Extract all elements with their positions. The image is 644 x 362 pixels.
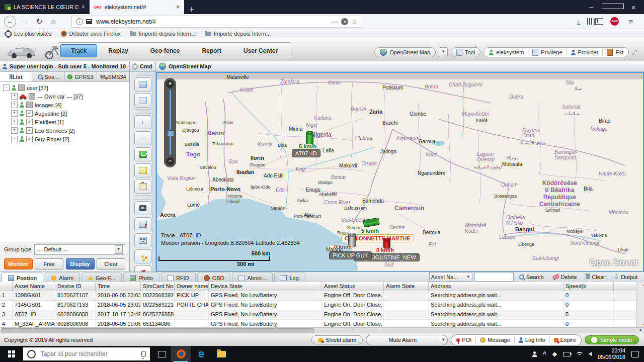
tab-sms[interactable]: ☎ SMS34 xyxy=(97,72,129,81)
url-bar[interactable]: i ⋯ v ☆ xyxy=(71,16,362,28)
taskbar-search-input[interactable] xyxy=(40,350,137,358)
nav-report[interactable]: Report xyxy=(191,43,232,59)
checkbox[interactable] xyxy=(18,84,25,91)
tab-abnormal[interactable]: Abnor... xyxy=(232,273,273,283)
column-header[interactable]: Speed(k xyxy=(564,282,614,291)
scroll-up-icon[interactable]: ▲ xyxy=(640,282,644,287)
arrow-down-icon[interactable]: ↓ xyxy=(134,115,151,129)
restore-button[interactable] xyxy=(602,4,623,11)
column-header[interactable] xyxy=(0,282,13,291)
table-row[interactable]: 3 AT07_ID 6028006858 2017-10-17 13:49:51… xyxy=(0,310,644,320)
expander-icon[interactable]: + xyxy=(11,136,18,142)
checkbox[interactable] xyxy=(26,119,33,125)
battery-icon[interactable] xyxy=(563,352,571,356)
vehicle-label[interactable]: AT07_ID xyxy=(292,149,320,157)
vehicle-icon[interactable] xyxy=(363,217,380,227)
taskbar-firefox[interactable] xyxy=(171,346,191,362)
simple-mode-button[interactable]: ↓Simple mode xyxy=(585,335,639,344)
expander-icon[interactable]: + xyxy=(11,102,18,108)
group-type-select[interactable]: --- Default --- ▼ xyxy=(34,244,125,255)
log-info-button[interactable]: Log Info xyxy=(519,336,545,344)
shield-alarm-button[interactable]: Shield alarm xyxy=(311,335,363,344)
taskbar-edge[interactable]: e xyxy=(191,346,211,362)
back-button[interactable]: ← xyxy=(4,16,16,28)
note-icon[interactable] xyxy=(134,163,151,177)
monitor-button[interactable]: Monitor xyxy=(4,258,33,269)
pocket-icon[interactable]: v xyxy=(341,18,348,25)
report-icon[interactable] xyxy=(134,217,151,231)
asset-filter-input[interactable] xyxy=(474,272,514,282)
poi-button[interactable]: POI xyxy=(456,336,471,344)
tab-list[interactable]: List xyxy=(0,72,32,81)
expire-button[interactable]: Expire xyxy=(554,336,576,344)
column-header[interactable]: Device State xyxy=(209,282,322,291)
provider-button[interactable]: Provider xyxy=(571,49,599,55)
tab-position[interactable]: Postion xyxy=(2,273,43,283)
privilege-button[interactable]: Privilege xyxy=(532,49,562,56)
clear-button[interactable]: Clear xyxy=(582,273,608,281)
library-icon[interactable] xyxy=(587,18,588,25)
bookmark-getting-started[interactable]: Débuter avec Firefox xyxy=(61,31,121,37)
vertical-scrollbar[interactable]: ▲ ▼ xyxy=(636,282,644,327)
checkbox[interactable] xyxy=(26,136,33,142)
home-button[interactable]: ⌂ xyxy=(48,17,58,26)
notification-center-icon[interactable] xyxy=(631,351,639,357)
checkbox[interactable] xyxy=(29,93,35,100)
vehicle-icon[interactable] xyxy=(306,131,313,144)
chevron-down-icon[interactable]: ▼ xyxy=(115,245,123,254)
vehicle-label[interactable]: PICK UP GUY xyxy=(329,251,372,259)
clipboard-icon[interactable] xyxy=(134,179,151,194)
clear-button[interactable]: Clear xyxy=(97,258,125,269)
tree-item-own-car[interactable]: + --- Own car --- [37] xyxy=(0,92,129,101)
adblock-icon[interactable]: ABP xyxy=(610,17,619,26)
sidebar-toggle-icon[interactable] xyxy=(595,18,603,25)
tab-gprs[interactable]: ✓ GPRS3 xyxy=(65,72,97,81)
flower-icon[interactable] xyxy=(134,249,151,263)
scroll-right-icon[interactable]: ► xyxy=(639,328,643,332)
column-header[interactable]: Alarm State xyxy=(384,282,429,291)
display-button[interactable]: Display xyxy=(66,258,95,269)
start-button[interactable] xyxy=(0,346,23,362)
checkbox[interactable] xyxy=(26,102,33,108)
tab-photo[interactable]: Photo xyxy=(123,273,159,283)
taskbar-search[interactable] xyxy=(23,347,150,360)
map-viewport[interactable]: MalanvilleKebbiZamfaraKanoPotiskumBornoC… xyxy=(156,72,644,272)
expand-icon[interactable]: ⤢ xyxy=(632,49,637,56)
expander-icon[interactable]: - xyxy=(3,84,10,91)
table-row[interactable]: 1 1398GX01 8170627107 2018-06-05 23:03:0… xyxy=(0,291,644,301)
mute-dropdown-icon[interactable]: ▼ xyxy=(439,335,448,345)
tree-item-locagec[interactable]: + locagec [4] xyxy=(0,101,129,109)
page-actions-icon[interactable]: ⋯ xyxy=(331,18,338,26)
tab-rfid[interactable]: RFID xyxy=(161,273,196,283)
tree-item-user[interactable]: - user [37] xyxy=(0,83,129,92)
checkbox[interactable] xyxy=(26,127,33,134)
checkbox[interactable] xyxy=(26,110,33,117)
account-user-button[interactable]: eleksystem xyxy=(489,49,524,55)
wifi-icon[interactable] xyxy=(577,352,583,356)
mute-alarm-button[interactable]: Mute Alarm xyxy=(366,335,439,345)
message-button[interactable]: Message xyxy=(480,336,510,344)
column-header[interactable]: Owner name xyxy=(175,282,209,291)
volume-icon[interactable] xyxy=(589,352,592,356)
nav-user-center[interactable]: User Center xyxy=(232,43,289,59)
bookmark-imported-2[interactable]: Importé depuis Intern... xyxy=(205,31,271,37)
microphone-icon[interactable] xyxy=(141,351,146,357)
forward-button[interactable]: → xyxy=(20,17,30,26)
nav-replay[interactable]: Replay xyxy=(97,43,139,59)
column-header[interactable]: Device ID xyxy=(55,282,96,291)
tab-search[interactable]: Sea... xyxy=(32,72,64,81)
people-icon[interactable] xyxy=(532,354,537,357)
network-icon[interactable] xyxy=(134,233,151,247)
filter-field-select[interactable]: Asset Na... ▼ xyxy=(429,272,472,282)
delete-button[interactable]: Delete xyxy=(549,273,581,281)
task-view-button[interactable] xyxy=(153,346,171,362)
dropbox-icon[interactable]: ◆ xyxy=(552,350,557,357)
expander-icon[interactable]: + xyxy=(11,110,18,117)
hidden-icons-chevron[interactable]: ^ xyxy=(543,350,546,357)
map-type-dropdown-icon[interactable]: ▼ xyxy=(439,47,448,57)
tool-button[interactable]: Tool xyxy=(451,47,480,57)
output-button[interactable]: ⇩Output xyxy=(611,273,641,281)
tree-item-eco-services[interactable]: + Eco Services [2] xyxy=(0,126,129,135)
column-header[interactable]: Time xyxy=(96,282,141,291)
map-window-icon[interactable] xyxy=(134,77,151,92)
